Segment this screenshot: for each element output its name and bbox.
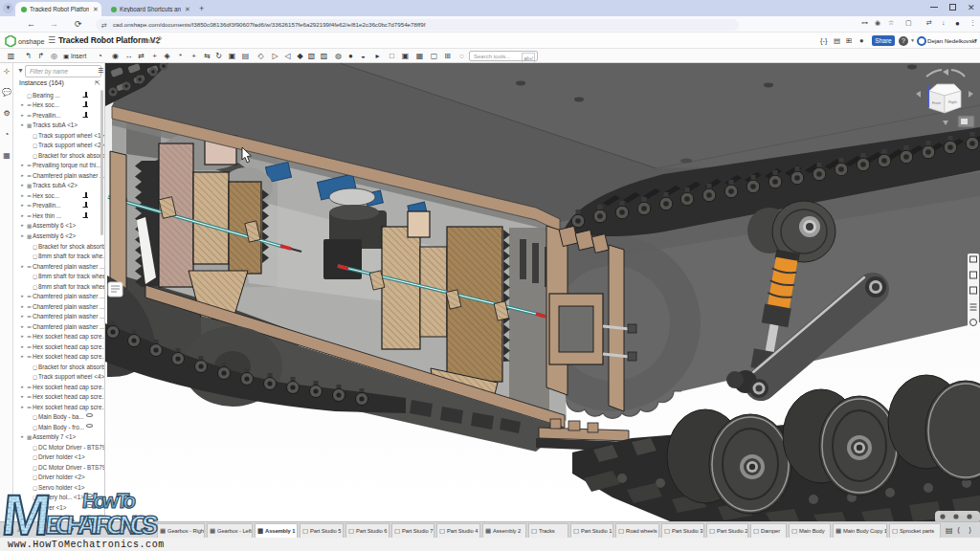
- svg-text:Front: Front: [932, 101, 942, 105]
- svg-text:Right: Right: [948, 100, 958, 104]
